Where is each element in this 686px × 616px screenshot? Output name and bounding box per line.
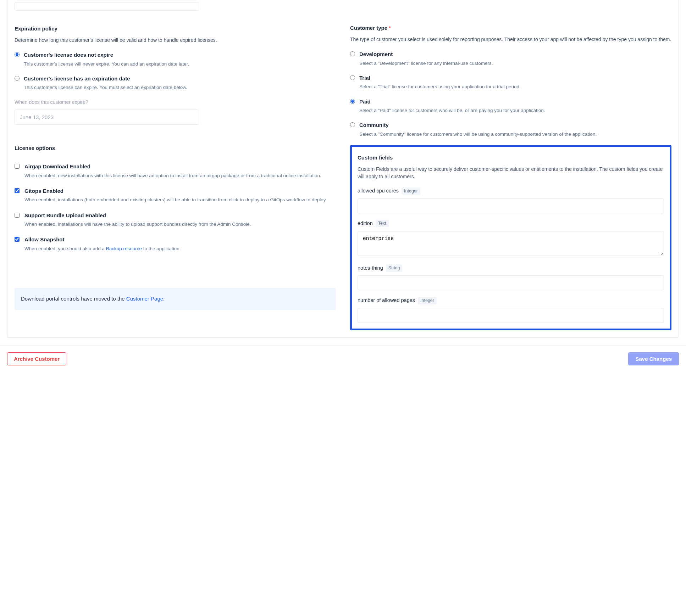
check-snapshot[interactable]: Allow Snapshot When enabled, you should … [15, 236, 336, 252]
radio-type-development-title: Development [359, 50, 671, 58]
customer-type-title-text: Customer type [350, 25, 387, 31]
radio-type-trial[interactable]: Trial Select a "Trial" license for custo… [350, 74, 671, 91]
field-allowed-cpu-cores-label: allowed cpu cores [358, 187, 399, 195]
type-badge-integer-2: Integer [418, 297, 437, 304]
radio-type-community-desc: Select a "Community" license for custome… [359, 131, 671, 138]
custom-fields-highlight-box: Custom fields Custom Fields are a useful… [350, 145, 671, 330]
custom-fields-title: Custom fields [358, 154, 664, 162]
customer-type-title: Customer type * [350, 24, 671, 32]
check-gitops[interactable]: Gitops Enabled When enabled, installatio… [15, 187, 336, 204]
radio-type-paid-title: Paid [359, 98, 671, 106]
required-star: * [389, 25, 391, 31]
radio-type-community[interactable]: Community Select a "Community" license f… [350, 121, 671, 138]
type-badge-integer: Integer [402, 187, 420, 195]
field-allowed-pages-input[interactable] [358, 308, 664, 323]
field-allowed-cpu-cores-input[interactable] [358, 198, 664, 213]
field-edition-input[interactable] [358, 231, 664, 256]
field-edition: edition Text [358, 220, 664, 258]
check-snapshot-title: Allow Snapshot [24, 236, 336, 244]
radio-type-development[interactable]: Development Select a "Development" licen… [350, 50, 671, 67]
truncated-input-placeholder [15, 2, 199, 11]
field-notes-thing-input[interactable] [358, 275, 664, 290]
radio-type-development-desc: Select a "Development" license for any i… [359, 60, 671, 67]
radio-expire-never[interactable]: Customer's license does not expire This … [15, 51, 336, 68]
radio-expire-never-title: Customer's license does not expire [24, 51, 336, 59]
field-notes-thing: notes-thing String [358, 264, 664, 291]
banner-prefix: Download portal controls have moved to t… [21, 296, 126, 302]
radio-type-community-title: Community [359, 121, 671, 129]
radio-type-paid-desc: Select a "Paid" license for customers wh… [359, 107, 671, 114]
field-allowed-cpu-cores: allowed cpu cores Integer [358, 187, 664, 213]
radio-type-paid[interactable]: Paid Select a "Paid" license for custome… [350, 98, 671, 114]
footer-bar: Archive Customer Save Changes [0, 346, 686, 376]
radio-type-trial-title: Trial [359, 74, 671, 82]
license-options-title: License options [15, 144, 336, 152]
backup-resource-link[interactable]: Backup resource [106, 246, 142, 251]
expiration-policy-title: Expiration policy [15, 25, 336, 33]
check-support-bundle-input[interactable] [15, 213, 20, 218]
check-airgap[interactable]: Airgap Download Enabled When enabled, ne… [15, 163, 336, 179]
radio-type-community-input[interactable] [350, 122, 355, 127]
radio-expire-date[interactable]: Customer's license has an expiration dat… [15, 75, 336, 91]
type-badge-text: Text [376, 220, 389, 227]
customer-page-link[interactable]: Customer Page [126, 296, 163, 302]
check-support-bundle-title: Support Bundle Upload Enabled [24, 212, 336, 220]
type-badge-string: String [386, 264, 403, 272]
field-notes-thing-label: notes-thing [358, 264, 383, 272]
field-edition-label: edition [358, 220, 373, 228]
radio-expire-date-input[interactable] [15, 76, 20, 81]
radio-type-trial-desc: Select a "Trial" license for customers u… [359, 83, 671, 90]
check-gitops-desc: When enabled, installations (both embedd… [24, 196, 336, 203]
check-airgap-desc: When enabled, new installations with thi… [24, 172, 336, 179]
check-gitops-input[interactable] [15, 188, 20, 193]
radio-expire-date-desc: This customer's license can expire. You … [24, 84, 336, 91]
archive-customer-button[interactable]: Archive Customer [7, 352, 66, 365]
check-snapshot-desc-prefix: When enabled, you should also add a [24, 246, 106, 251]
expiration-policy-desc: Determine how long this customer's licen… [15, 37, 336, 44]
check-snapshot-input[interactable] [15, 237, 20, 242]
check-support-bundle-desc: When enabled, installations will have th… [24, 221, 336, 228]
radio-expire-never-input[interactable] [15, 52, 20, 57]
check-gitops-title: Gitops Enabled [24, 187, 336, 195]
radio-type-development-input[interactable] [350, 51, 355, 56]
radio-type-trial-input[interactable] [350, 75, 355, 80]
banner-suffix: . [163, 296, 165, 302]
field-allowed-pages: number of allowed pages Integer [358, 297, 664, 323]
custom-fields-desc: Custom Fields are a useful way to secure… [358, 166, 664, 181]
download-portal-banner: Download portal controls have moved to t… [15, 288, 336, 310]
radio-expire-never-desc: This customer's license will never expir… [24, 61, 336, 68]
field-allowed-pages-label: number of allowed pages [358, 297, 415, 304]
customer-type-desc: The type of customer you select is used … [350, 36, 671, 44]
check-snapshot-desc-suffix: to the application. [142, 246, 181, 251]
check-support-bundle[interactable]: Support Bundle Upload Enabled When enabl… [15, 212, 336, 228]
save-changes-button[interactable]: Save Changes [628, 352, 679, 365]
radio-type-paid-input[interactable] [350, 99, 355, 104]
radio-expire-date-title: Customer's license has an expiration dat… [24, 75, 336, 83]
expire-date-input[interactable] [15, 110, 199, 125]
check-airgap-title: Airgap Download Enabled [24, 163, 336, 171]
expire-date-label: When does this customer expire? [15, 99, 336, 106]
check-snapshot-desc: When enabled, you should also add a Back… [24, 245, 336, 252]
check-airgap-input[interactable] [15, 164, 20, 169]
